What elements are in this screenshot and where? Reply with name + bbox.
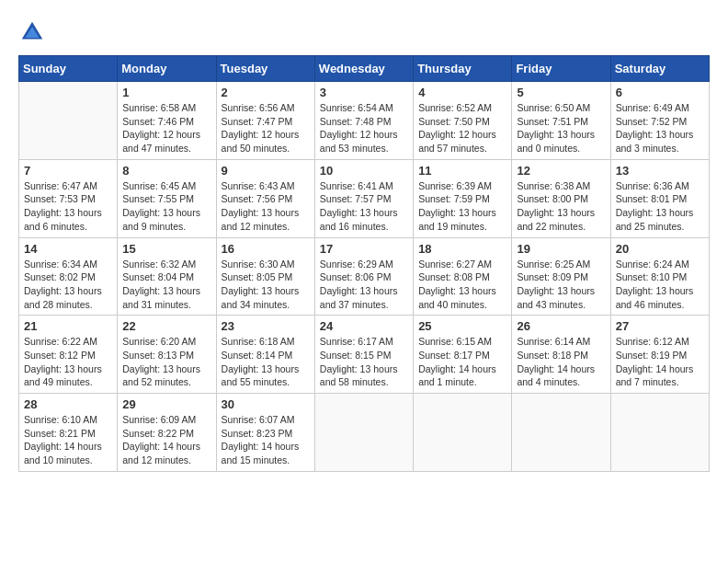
calendar-table: SundayMondayTuesdayWednesdayThursdayFrid… (18, 55, 710, 472)
day-info: Sunrise: 6:38 AMSunset: 8:00 PMDaylight:… (517, 179, 605, 234)
calendar-cell: 9Sunrise: 6:43 AMSunset: 7:56 PMDaylight… (216, 159, 314, 237)
calendar-cell: 15Sunrise: 6:32 AMSunset: 8:04 PMDayligh… (118, 237, 216, 316)
calendar-cell: 10Sunrise: 6:41 AMSunset: 7:57 PMDayligh… (314, 159, 413, 237)
calendar-cell: 1Sunrise: 6:58 AMSunset: 7:46 PMDaylight… (118, 82, 216, 160)
day-number: 4 (418, 86, 506, 99)
calendar-week-2: 7Sunrise: 6:47 AMSunset: 7:53 PMDaylight… (19, 159, 710, 237)
calendar-cell: 7Sunrise: 6:47 AMSunset: 7:53 PMDaylight… (19, 159, 118, 237)
day-number: 2 (222, 86, 310, 99)
day-info: Sunrise: 6:18 AMSunset: 8:14 PMDaylight:… (222, 335, 310, 389)
day-info: Sunrise: 6:14 AMSunset: 8:18 PMDaylight:… (517, 335, 605, 389)
day-number: 7 (24, 164, 112, 178)
calendar-cell: 22Sunrise: 6:20 AMSunset: 8:13 PMDayligh… (118, 316, 216, 394)
day-info: Sunrise: 6:56 AMSunset: 7:47 PMDaylight:… (222, 101, 310, 155)
day-info: Sunrise: 6:20 AMSunset: 8:13 PMDaylight:… (122, 335, 210, 389)
day-number: 28 (24, 397, 112, 411)
calendar-cell: 3Sunrise: 6:54 AMSunset: 7:48 PMDaylight… (314, 82, 413, 160)
day-info: Sunrise: 6:27 AMSunset: 8:08 PMDaylight:… (418, 258, 506, 312)
day-number: 30 (222, 397, 310, 411)
calendar-cell (314, 394, 413, 472)
day-number: 25 (418, 319, 506, 333)
day-number: 9 (222, 164, 310, 178)
day-number: 10 (320, 164, 408, 178)
day-info: Sunrise: 6:32 AMSunset: 8:04 PMDaylight:… (122, 258, 210, 312)
day-info: Sunrise: 6:12 AMSunset: 8:19 PMDaylight:… (616, 335, 704, 389)
day-header-friday: Friday (512, 56, 610, 82)
day-info: Sunrise: 6:52 AMSunset: 7:50 PMDaylight:… (418, 101, 506, 155)
calendar-cell: 14Sunrise: 6:34 AMSunset: 8:02 PMDayligh… (19, 237, 118, 316)
day-info: Sunrise: 6:22 AMSunset: 8:12 PMDaylight:… (24, 335, 112, 389)
day-info: Sunrise: 6:41 AMSunset: 7:57 PMDaylight:… (320, 179, 408, 234)
calendar-cell: 13Sunrise: 6:36 AMSunset: 8:01 PMDayligh… (610, 159, 709, 237)
day-number: 24 (320, 319, 408, 333)
calendar-cell: 21Sunrise: 6:22 AMSunset: 8:12 PMDayligh… (19, 316, 118, 394)
day-number: 21 (24, 319, 112, 333)
calendar-cell: 5Sunrise: 6:50 AMSunset: 7:51 PMDaylight… (512, 82, 610, 160)
day-info: Sunrise: 6:47 AMSunset: 7:53 PMDaylight:… (24, 179, 112, 234)
day-number: 29 (122, 397, 210, 411)
day-info: Sunrise: 6:50 AMSunset: 7:51 PMDaylight:… (517, 101, 605, 155)
calendar-cell (19, 82, 118, 160)
calendar-cell: 25Sunrise: 6:15 AMSunset: 8:17 PMDayligh… (414, 316, 512, 394)
calendar-cell: 4Sunrise: 6:52 AMSunset: 7:50 PMDaylight… (414, 82, 512, 160)
day-number: 17 (320, 242, 408, 256)
day-info: Sunrise: 6:34 AMSunset: 8:02 PMDaylight:… (24, 258, 112, 312)
day-header-tuesday: Tuesday (216, 56, 314, 82)
day-info: Sunrise: 6:39 AMSunset: 7:59 PMDaylight:… (418, 179, 506, 234)
day-info: Sunrise: 6:24 AMSunset: 8:10 PMDaylight:… (616, 258, 704, 312)
day-header-thursday: Thursday (414, 56, 512, 82)
day-header-saturday: Saturday (610, 56, 709, 82)
day-header-monday: Monday (118, 56, 216, 82)
calendar-week-3: 14Sunrise: 6:34 AMSunset: 8:02 PMDayligh… (19, 237, 710, 316)
day-header-wednesday: Wednesday (314, 56, 413, 82)
calendar-cell: 12Sunrise: 6:38 AMSunset: 8:00 PMDayligh… (512, 159, 610, 237)
day-number: 5 (517, 86, 605, 99)
day-header-sunday: Sunday (19, 56, 118, 82)
calendar-cell (610, 394, 709, 472)
day-info: Sunrise: 6:30 AMSunset: 8:05 PMDaylight:… (222, 258, 310, 312)
day-number: 14 (24, 242, 112, 256)
day-info: Sunrise: 6:58 AMSunset: 7:46 PMDaylight:… (122, 101, 210, 155)
calendar-week-4: 21Sunrise: 6:22 AMSunset: 8:12 PMDayligh… (19, 316, 710, 394)
day-number: 3 (320, 86, 408, 99)
day-info: Sunrise: 6:36 AMSunset: 8:01 PMDaylight:… (616, 179, 704, 234)
day-info: Sunrise: 6:45 AMSunset: 7:55 PMDaylight:… (122, 179, 210, 234)
day-number: 6 (616, 86, 704, 99)
day-number: 27 (616, 319, 704, 333)
calendar-cell: 18Sunrise: 6:27 AMSunset: 8:08 PMDayligh… (414, 237, 512, 316)
calendar-cell: 30Sunrise: 6:07 AMSunset: 8:23 PMDayligh… (216, 394, 314, 472)
logo-icon (18, 18, 46, 46)
day-info: Sunrise: 6:49 AMSunset: 7:52 PMDaylight:… (616, 101, 704, 155)
day-number: 26 (517, 319, 605, 333)
calendar-cell: 17Sunrise: 6:29 AMSunset: 8:06 PMDayligh… (314, 237, 413, 316)
day-number: 18 (418, 242, 506, 256)
day-number: 13 (616, 164, 704, 178)
day-number: 11 (418, 164, 506, 178)
day-info: Sunrise: 6:07 AMSunset: 8:23 PMDaylight:… (222, 413, 310, 467)
calendar-cell (512, 394, 610, 472)
day-info: Sunrise: 6:09 AMSunset: 8:22 PMDaylight:… (122, 413, 210, 467)
calendar-cell: 20Sunrise: 6:24 AMSunset: 8:10 PMDayligh… (610, 237, 709, 316)
calendar-cell: 23Sunrise: 6:18 AMSunset: 8:14 PMDayligh… (216, 316, 314, 394)
day-info: Sunrise: 6:17 AMSunset: 8:15 PMDaylight:… (320, 335, 408, 389)
calendar-week-1: 1Sunrise: 6:58 AMSunset: 7:46 PMDaylight… (19, 82, 710, 160)
calendar-cell: 8Sunrise: 6:45 AMSunset: 7:55 PMDaylight… (118, 159, 216, 237)
day-info: Sunrise: 6:25 AMSunset: 8:09 PMDaylight:… (517, 258, 605, 312)
day-number: 22 (122, 319, 210, 333)
day-number: 16 (222, 242, 310, 256)
calendar-cell: 2Sunrise: 6:56 AMSunset: 7:47 PMDaylight… (216, 82, 314, 160)
calendar-cell (414, 394, 512, 472)
day-info: Sunrise: 6:10 AMSunset: 8:21 PMDaylight:… (24, 413, 112, 467)
calendar-cell: 19Sunrise: 6:25 AMSunset: 8:09 PMDayligh… (512, 237, 610, 316)
calendar-cell: 29Sunrise: 6:09 AMSunset: 8:22 PMDayligh… (118, 394, 216, 472)
calendar-cell: 16Sunrise: 6:30 AMSunset: 8:05 PMDayligh… (216, 237, 314, 316)
day-info: Sunrise: 6:15 AMSunset: 8:17 PMDaylight:… (418, 335, 506, 389)
day-number: 15 (122, 242, 210, 256)
calendar-cell: 26Sunrise: 6:14 AMSunset: 8:18 PMDayligh… (512, 316, 610, 394)
calendar-cell: 28Sunrise: 6:10 AMSunset: 8:21 PMDayligh… (19, 394, 118, 472)
logo (18, 18, 50, 46)
calendar-cell: 11Sunrise: 6:39 AMSunset: 7:59 PMDayligh… (414, 159, 512, 237)
calendar-week-5: 28Sunrise: 6:10 AMSunset: 8:21 PMDayligh… (19, 394, 710, 472)
calendar-cell: 24Sunrise: 6:17 AMSunset: 8:15 PMDayligh… (314, 316, 413, 394)
day-number: 1 (122, 86, 210, 99)
